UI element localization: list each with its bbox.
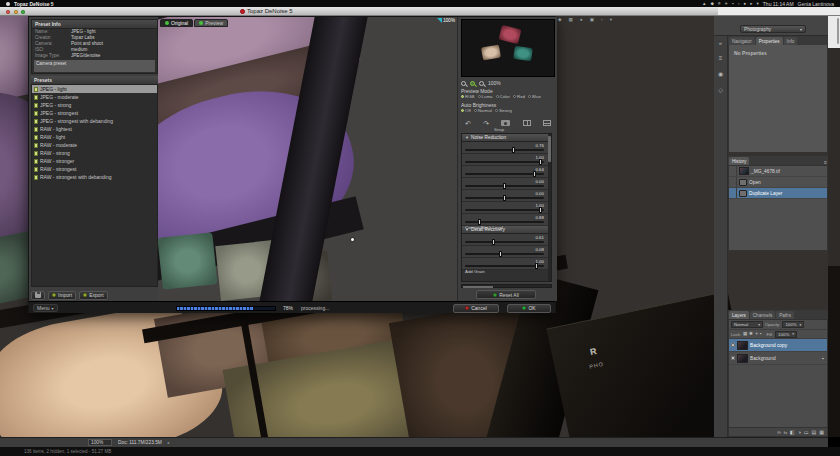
- document-zoom-field[interactable]: 100%: [88, 439, 112, 446]
- menu-button[interactable]: Menu ▾: [33, 304, 58, 312]
- slider-track[interactable]: [465, 149, 544, 151]
- lock-transparency-icon[interactable]: ▦: [743, 331, 747, 337]
- lock-all-icon[interactable]: ▪: [760, 331, 762, 337]
- preset-item[interactable]: RAW - strongest: [32, 165, 157, 173]
- panel-tab[interactable]: Properties: [756, 37, 783, 45]
- fill-select[interactable]: 100% ▾: [775, 331, 797, 338]
- background-scrollbar[interactable]: [837, 18, 839, 44]
- lock-position-icon[interactable]: +: [755, 331, 758, 337]
- panel-tab[interactable]: Info: [784, 37, 798, 45]
- preview-mode-option[interactable]: Luma: [478, 94, 493, 99]
- slider-track[interactable]: [465, 241, 544, 243]
- menubar-status-icon[interactable]: ▫: [738, 0, 740, 7]
- menubar-status-icon[interactable]: ●: [744, 0, 747, 7]
- menubar-status-icon[interactable]: ≡: [718, 0, 721, 7]
- history-brush-well[interactable]: [729, 188, 737, 198]
- slider-handle[interactable]: [539, 207, 542, 213]
- slider-handle[interactable]: [512, 147, 515, 153]
- preview-mode-option[interactable]: RGB: [461, 94, 475, 99]
- close-window-icon[interactable]: [6, 10, 10, 14]
- preset-item[interactable]: JPEG - light: [32, 85, 157, 93]
- preview-tab[interactable]: Preview: [194, 19, 228, 27]
- split-view-vertical-icon[interactable]: [523, 120, 531, 126]
- scrollbar-thumb[interactable]: [548, 136, 551, 162]
- layer-row[interactable]: Background ▪: [729, 352, 827, 365]
- preset-item[interactable]: JPEG - strong: [32, 101, 157, 109]
- preview-mode-option[interactable]: Blue: [528, 94, 541, 99]
- preset-item[interactable]: RAW - strong: [32, 149, 157, 157]
- slider-track[interactable]: [465, 209, 544, 211]
- status-flyout-icon[interactable]: ▸: [168, 440, 170, 445]
- history-item[interactable]: Open: [729, 177, 827, 188]
- preset-item[interactable]: RAW - stronger: [32, 157, 157, 165]
- workspace-switcher-button[interactable]: Photography ▾: [740, 25, 806, 33]
- cancel-button[interactable]: Cancel: [453, 304, 499, 313]
- export-preset-button[interactable]: Export: [79, 291, 107, 300]
- slider[interactable]: Adjust Highlight 0.64: [462, 166, 551, 178]
- slider[interactable]: Adjust Shadow 1.00: [462, 154, 551, 166]
- menubar-status-icon[interactable]: ✳: [725, 0, 729, 7]
- link-layers-icon[interactable]: ∞: [777, 429, 781, 435]
- slider-handle[interactable]: [533, 171, 536, 177]
- slider-track[interactable]: [465, 185, 544, 187]
- menubar-app-name[interactable]: Topaz DeNoise 5: [14, 1, 54, 7]
- auto-brightness-option[interactable]: Normal: [474, 108, 492, 113]
- auto-brightness-option[interactable]: Strong: [495, 108, 512, 113]
- menubar-user[interactable]: Genia Lantinova: [798, 1, 834, 7]
- layers-panel-tab[interactable]: Paths: [776, 311, 794, 319]
- slider-track[interactable]: [465, 253, 544, 255]
- preview-mode-option[interactable]: Color: [496, 94, 511, 99]
- workspace-switch-icon[interactable]: ▾: [610, 17, 612, 22]
- slider[interactable]: Overall Strength 0.76: [462, 142, 551, 154]
- slider[interactable]: Reduce Blur 0.08: [462, 246, 551, 258]
- history-brush-well[interactable]: [729, 177, 737, 187]
- menubar-status-icon[interactable]: ◆: [710, 0, 713, 7]
- layers-panel-tab[interactable]: Layers: [729, 311, 749, 319]
- zoom-window-icon[interactable]: [21, 10, 25, 14]
- slider[interactable]: Correct Black Level 0.88: [462, 214, 551, 226]
- layer-style-fx-icon[interactable]: fx: [784, 430, 787, 435]
- sliders-vertical-scrollbar[interactable]: [548, 134, 552, 281]
- adjustment-layer-icon[interactable]: ◑: [798, 429, 801, 435]
- slider-track[interactable]: [465, 221, 544, 223]
- preset-item[interactable]: RAW - moderate: [32, 141, 157, 149]
- menubar-status-icon[interactable]: ▪: [732, 0, 734, 7]
- layers-panel-tab[interactable]: Channels: [750, 311, 775, 319]
- history-item[interactable]: _MG_4678.tif: [729, 166, 827, 177]
- slider[interactable]: Adjust Color - Red 0.00: [462, 178, 551, 190]
- preset-item[interactable]: RAW - lightest: [32, 125, 157, 133]
- layer-group-icon[interactable]: ▭: [804, 429, 809, 435]
- minimize-window-icon[interactable]: [14, 10, 18, 14]
- split-view-horizontal-icon[interactable]: [543, 120, 551, 126]
- slider-track[interactable]: [465, 161, 544, 163]
- slider-handle[interactable]: [492, 239, 495, 245]
- collapsed-panel-icon[interactable]: ◇: [718, 86, 723, 93]
- menubar-status-icon[interactable]: ▾: [757, 0, 759, 7]
- slider-track[interactable]: [465, 173, 544, 175]
- zoom-in-icon[interactable]: [479, 81, 484, 86]
- preset-item[interactable]: JPEG - moderate: [32, 93, 157, 101]
- arrange-documents-icon[interactable]: ▣: [590, 17, 594, 22]
- slider[interactable]: Clean Color 1.00: [462, 202, 551, 214]
- history-item[interactable]: Duplicate Layer: [729, 188, 827, 199]
- preview-mode-option[interactable]: Red: [513, 94, 525, 99]
- bridge-icon[interactable]: ◆: [558, 17, 562, 22]
- blend-mode-select[interactable]: Normal ▾: [731, 321, 763, 328]
- visibility-eye-icon[interactable]: [731, 356, 735, 360]
- slider-track[interactable]: [465, 265, 544, 267]
- scrollbar-thumb[interactable]: [463, 286, 493, 288]
- import-preset-button[interactable]: Import: [48, 291, 76, 300]
- slider[interactable]: Recover Detail 0.61: [462, 234, 551, 246]
- zoom-out-icon[interactable]: [461, 81, 466, 86]
- layer-thumbnail[interactable]: [737, 354, 748, 363]
- history-brush-well[interactable]: [729, 166, 737, 176]
- navigator-thumbnail[interactable]: [461, 19, 555, 77]
- apple-menu-icon[interactable]: [6, 2, 10, 6]
- tab-history[interactable]: History: [729, 157, 749, 165]
- collapse-panels-icon[interactable]: «: [719, 40, 722, 46]
- layer-mask-icon[interactable]: ◧: [790, 429, 795, 435]
- slider[interactable]: Adjust Color - Blue 0.00: [462, 190, 551, 202]
- preset-item[interactable]: RAW - strongest with debanding: [32, 173, 157, 181]
- save-preset-button[interactable]: [31, 291, 45, 300]
- zoom-fit-icon[interactable]: [470, 81, 475, 86]
